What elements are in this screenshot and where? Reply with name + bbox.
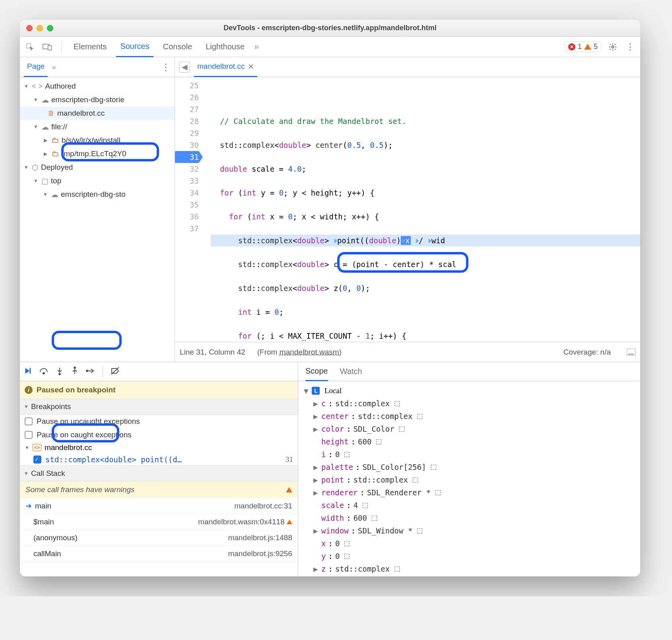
tree-deployed[interactable]: ⬡ Deployed bbox=[20, 161, 175, 174]
memory-icon[interactable] bbox=[417, 414, 422, 419]
source-map-from[interactable]: (From mandelbrot.wasm) bbox=[257, 348, 342, 357]
tree-host[interactable]: ☁ emscripten-dbg-storie bbox=[20, 93, 175, 107]
svg-point-8 bbox=[86, 370, 88, 372]
settings-icon[interactable] bbox=[607, 41, 619, 53]
resume-icon[interactable] bbox=[23, 367, 32, 377]
more-tabs-icon[interactable]: » bbox=[254, 42, 259, 52]
scope-var[interactable]: z: std::complex bbox=[301, 562, 638, 575]
scope-var[interactable]: center: std::complex bbox=[301, 410, 638, 423]
inspect-icon[interactable] bbox=[24, 41, 36, 53]
more-nav-tabs-icon[interactable]: » bbox=[52, 63, 56, 72]
step-icon[interactable] bbox=[86, 367, 95, 376]
memory-icon[interactable] bbox=[394, 401, 400, 406]
scope-var[interactable]: color: SDL_Color bbox=[301, 423, 638, 435]
memory-icon[interactable] bbox=[344, 541, 350, 546]
line-gutter[interactable]: 252627282930 31 323334353637 bbox=[175, 77, 203, 342]
tree-file-proto[interactable]: ☁ file:// bbox=[20, 120, 175, 134]
code-text[interactable]: // Calculate and draw the Mandelbrot set… bbox=[203, 77, 640, 342]
scope-var[interactable]: palette: SDL_Color[256] bbox=[301, 461, 638, 473]
tab-page[interactable]: Page bbox=[24, 57, 48, 77]
step-out-icon[interactable] bbox=[71, 367, 79, 377]
stack-frame[interactable]: $mainmandelbrot.wasm:0x4118 bbox=[20, 514, 298, 530]
svg-point-5 bbox=[43, 372, 45, 374]
pause-caught-row[interactable]: Pause on caught exceptions bbox=[20, 428, 298, 442]
section-breakpoints[interactable]: ▼ Breakpoints bbox=[20, 399, 298, 415]
stack-frame[interactable]: ➔mainmandelbrot.cc:31 bbox=[20, 498, 298, 514]
zoom-icon[interactable] bbox=[47, 25, 53, 31]
step-over-icon[interactable] bbox=[39, 367, 49, 377]
stack-frame[interactable]: callMainmandelbrot.js:9256 bbox=[20, 546, 298, 562]
kebab-icon[interactable]: ⋮ bbox=[624, 41, 636, 53]
scope-var[interactable]: y: 0 bbox=[301, 550, 638, 562]
memory-icon[interactable] bbox=[417, 528, 422, 533]
pause-uncaught-row[interactable]: Pause on uncaught exceptions bbox=[20, 415, 298, 428]
scope-var[interactable]: window: SDL_Window * bbox=[301, 524, 638, 537]
step-into-icon[interactable] bbox=[56, 367, 64, 377]
memory-icon[interactable] bbox=[399, 427, 404, 432]
tab-console[interactable]: Console bbox=[159, 37, 196, 57]
warning-icon bbox=[584, 44, 591, 50]
checkbox-icon[interactable] bbox=[25, 417, 33, 425]
svg-point-7 bbox=[74, 367, 76, 368]
memory-icon[interactable] bbox=[413, 477, 418, 483]
tree-path1[interactable]: 🗀 b/s/w/ir/x/w/install bbox=[20, 134, 175, 147]
info-icon: i bbox=[25, 386, 33, 394]
breakpoint-file[interactable]: ▼ <> mandelbrot.cc bbox=[20, 442, 298, 454]
editor-tab-mandelbrot[interactable]: mandelbrot.cc ✕ bbox=[194, 57, 257, 77]
tab-scope[interactable]: Scope bbox=[305, 362, 328, 381]
tab-sources[interactable]: Sources bbox=[116, 37, 153, 57]
device-toggle-icon[interactable] bbox=[41, 41, 53, 53]
scope-var[interactable]: height: 600 bbox=[301, 435, 638, 448]
memory-icon[interactable] bbox=[372, 516, 377, 521]
breakpoint-gutter-31[interactable]: 31 bbox=[175, 151, 199, 163]
code-area[interactable]: 252627282930 31 323334353637 // Calculat… bbox=[175, 77, 640, 342]
scope-var[interactable]: width: 600 bbox=[301, 512, 638, 524]
show-drawer-icon[interactable] bbox=[627, 349, 635, 356]
editor-statusbar: Line 31, Column 42 (From mandelbrot.wasm… bbox=[175, 342, 640, 362]
file-tree: < > Authored ☁ emscripten-dbg-storie 🗎 m… bbox=[20, 77, 175, 362]
scope-var[interactable]: x: 0 bbox=[301, 537, 638, 550]
minimize-icon[interactable] bbox=[37, 25, 43, 31]
memory-icon[interactable] bbox=[394, 566, 400, 572]
tree-file-mandelbrot[interactable]: 🗎 mandelbrot.cc bbox=[20, 107, 175, 120]
toggle-navigator-icon[interactable]: ◀ bbox=[179, 62, 190, 73]
memory-icon[interactable] bbox=[435, 490, 441, 495]
error-counter[interactable]: ✕ 1 5 bbox=[565, 41, 601, 52]
coverage-label: Coverage: n/a bbox=[563, 348, 611, 357]
tab-watch[interactable]: Watch bbox=[340, 367, 362, 376]
tree-top[interactable]: ▢ top bbox=[20, 174, 175, 188]
editor-pane: ◀ mandelbrot.cc ✕ 252627282930 31 323334… bbox=[175, 57, 640, 362]
checkbox-icon[interactable] bbox=[33, 456, 41, 464]
scope-var[interactable]: renderer: SDL_Renderer * bbox=[301, 486, 638, 499]
memory-icon[interactable] bbox=[431, 465, 436, 470]
titlebar: DevTools - emscripten-dbg-stories.netlif… bbox=[20, 20, 640, 37]
window-title: DevTools - emscripten-dbg-stories.netlif… bbox=[223, 24, 436, 32]
memory-icon[interactable] bbox=[376, 439, 381, 444]
close-icon[interactable] bbox=[26, 25, 33, 31]
scope-var[interactable]: c: std::complex bbox=[301, 397, 638, 410]
memory-icon[interactable] bbox=[344, 554, 350, 559]
tab-lighthouse[interactable]: Lighthouse bbox=[202, 37, 249, 57]
scope-body: L Local c: std::complexcenter: std::comp… bbox=[298, 381, 640, 576]
breakpoint-line[interactable]: std::complex<double> point((d… 31 bbox=[20, 454, 298, 465]
tree-path2[interactable]: 🗀 tmp/tmp.ELcTq2Y0 bbox=[20, 147, 175, 161]
tree-host2[interactable]: ☁ emscripten-dbg-sto bbox=[20, 188, 175, 201]
tree-authored[interactable]: < > Authored bbox=[20, 80, 175, 93]
memory-icon[interactable] bbox=[344, 452, 350, 457]
checkbox-icon[interactable] bbox=[25, 431, 33, 439]
scope-var[interactable]: point: std::complex bbox=[301, 473, 638, 486]
callstack-warning: Some call frames have warnings bbox=[20, 481, 298, 498]
scope-var[interactable]: i: 0 bbox=[301, 448, 638, 461]
svg-rect-2 bbox=[48, 45, 52, 50]
memory-icon[interactable] bbox=[363, 503, 368, 508]
scope-local[interactable]: L Local bbox=[301, 384, 638, 397]
tab-elements[interactable]: Elements bbox=[70, 37, 111, 57]
stack-frame[interactable]: (anonymous)mandelbrot.js:1488 bbox=[20, 530, 298, 546]
scope-var[interactable]: scale: 4 bbox=[301, 499, 638, 512]
deactivate-breakpoints-icon[interactable] bbox=[110, 367, 120, 377]
nav-kebab-icon[interactable]: ⋮ bbox=[161, 62, 171, 73]
bottom-pane: i Paused on breakpoint ▼ Breakpoints Pau… bbox=[20, 362, 640, 576]
section-callstack[interactable]: ▼ Call Stack bbox=[20, 465, 298, 481]
navigator-pane: Page » ⋮ < > Authored ☁ emscripten-dbg-s… bbox=[20, 57, 175, 362]
close-tab-icon[interactable]: ✕ bbox=[248, 62, 254, 71]
